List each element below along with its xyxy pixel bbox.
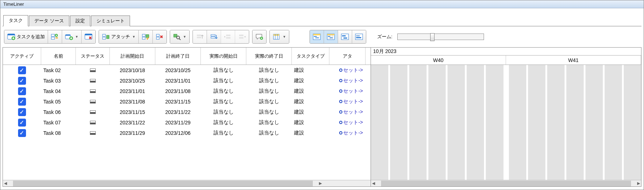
tab-settings[interactable]: 設定 (70, 16, 90, 26)
cell-status[interactable] (76, 100, 110, 103)
cell-act-end[interactable]: 該当なし (246, 119, 292, 126)
active-checkbox[interactable]: ✓ (18, 77, 26, 85)
attach-button[interactable]: アタッチ ▼ (99, 30, 138, 43)
cell-plan-start[interactable]: 2023/11/08 (110, 99, 155, 105)
move-down-button[interactable] (207, 30, 221, 43)
col-name[interactable]: 名前 (41, 48, 76, 65)
zoom-slider[interactable] (397, 34, 484, 40)
find-button[interactable]: ▼ (170, 30, 189, 43)
cell-act-start[interactable]: 該当なし (201, 67, 246, 74)
insert-task-button[interactable] (48, 30, 62, 43)
cell-name[interactable]: Task 05 (41, 99, 76, 105)
cell-name[interactable]: Task 08 (41, 130, 76, 136)
cell-attached[interactable]: セット-> (329, 88, 366, 94)
cell-plan-end[interactable]: 2023/12/06 (155, 130, 201, 136)
cell-plan-start[interactable]: 2023/11/29 (110, 130, 155, 136)
cell-act-start[interactable]: 該当なし (201, 98, 246, 105)
cell-attached[interactable]: セット-> (329, 67, 366, 74)
cell-status[interactable] (76, 79, 110, 83)
active-checkbox[interactable]: ✓ (18, 66, 26, 74)
gantt-view-2-button[interactable] (324, 30, 338, 43)
cell-name[interactable]: Task 03 (41, 78, 76, 84)
cell-plan-end[interactable]: 2023/11/01 (155, 78, 201, 84)
table-row[interactable]: ✓Task 042023/11/012023/11/08該当なし該当なし建設セッ… (3, 86, 371, 96)
cell-status[interactable] (76, 89, 110, 93)
table-row[interactable]: ✓Task 082023/11/292023/12/06該当なし該当なし建設セッ… (3, 128, 371, 138)
tab-tasks[interactable]: タスク (3, 15, 28, 26)
col-plan-start[interactable]: 計画開始日 (110, 48, 155, 65)
gantt-view-4-button[interactable] (352, 30, 366, 43)
cell-name[interactable]: Task 07 (41, 120, 76, 125)
cell-type[interactable]: 建設 (292, 78, 329, 84)
cell-act-end[interactable]: 該当なし (246, 67, 292, 74)
cell-act-end[interactable]: 該当なし (246, 109, 292, 115)
cell-name[interactable]: Task 02 (41, 67, 76, 73)
active-checkbox[interactable]: ✓ (18, 87, 26, 95)
cell-status[interactable] (76, 121, 110, 124)
gantt-body[interactable] (371, 65, 641, 180)
columns-button[interactable]: ▼ (270, 30, 289, 43)
cell-attached[interactable]: セット-> (329, 98, 366, 105)
cell-type[interactable]: 建設 (292, 98, 329, 105)
cell-act-start[interactable]: 該当なし (201, 78, 246, 84)
col-act-end[interactable]: 実際の終了日 (246, 48, 292, 65)
col-status[interactable]: ステータス (76, 48, 110, 65)
active-checkbox[interactable]: ✓ (18, 119, 26, 127)
add-task-button[interactable]: タスクを追加 (4, 30, 48, 43)
cell-plan-end[interactable]: 2023/10/25 (155, 67, 201, 73)
table-row[interactable]: ✓Task 032023/10/252023/11/01該当なし該当なし建設セッ… (3, 75, 371, 86)
auto-add-tasks-button[interactable]: ▼ (62, 30, 81, 43)
cell-name[interactable]: Task 04 (41, 88, 76, 94)
cell-plan-start[interactable]: 2023/11/01 (110, 88, 155, 94)
gantt-hscroll[interactable]: ◀ ▶ (371, 180, 641, 186)
col-plan-end[interactable]: 計画終了日 (155, 48, 201, 65)
indent-button[interactable] (235, 30, 249, 43)
auto-attach-button[interactable] (138, 30, 152, 43)
cell-type[interactable]: 建設 (292, 67, 329, 74)
move-up-button[interactable] (193, 30, 207, 43)
active-checkbox[interactable]: ✓ (18, 108, 26, 116)
cell-attached[interactable]: セット-> (329, 130, 366, 136)
scroll-track[interactable] (13, 181, 313, 186)
scroll-left-icon[interactable]: ◀ (3, 181, 8, 186)
cell-act-start[interactable]: 該当なし (201, 88, 246, 94)
gantt-view-3-button[interactable] (338, 30, 352, 43)
add-comment-button[interactable] (252, 30, 266, 43)
cell-status[interactable] (76, 69, 110, 72)
cell-act-end[interactable]: 該当なし (246, 98, 292, 105)
cell-status[interactable] (76, 110, 110, 114)
outdent-button[interactable] (221, 30, 235, 43)
cell-plan-start[interactable]: 2023/11/22 (110, 120, 155, 125)
col-active[interactable]: アクティブ (3, 48, 41, 65)
scroll-right-icon[interactable]: ▶ (636, 181, 641, 186)
table-row[interactable]: ✓Task 052023/11/082023/11/15該当なし該当なし建設セッ… (3, 96, 371, 107)
col-attached[interactable]: アタ (329, 48, 366, 65)
cell-plan-start[interactable]: 2023/10/25 (110, 78, 155, 84)
cell-act-start[interactable]: 該当なし (201, 130, 246, 136)
cell-attached[interactable]: セット-> (329, 109, 366, 115)
zoom-slider-thumb[interactable] (430, 33, 435, 41)
clear-attach-button[interactable] (152, 30, 167, 43)
cell-act-end[interactable]: 該当なし (246, 78, 292, 84)
cell-act-start[interactable]: 該当なし (201, 109, 246, 115)
cell-plan-end[interactable]: 2023/11/22 (155, 109, 201, 115)
cell-plan-end[interactable]: 2023/11/29 (155, 120, 201, 125)
grid-hscroll[interactable]: ◀ ▶ (3, 180, 371, 186)
cell-plan-start[interactable]: 2023/11/15 (110, 109, 155, 115)
active-checkbox[interactable]: ✓ (18, 129, 26, 137)
active-checkbox[interactable]: ✓ (18, 98, 26, 106)
cell-type[interactable]: 建設 (292, 88, 329, 94)
cell-plan-start[interactable]: 2023/10/18 (110, 67, 155, 73)
col-act-start[interactable]: 実際の開始日 (201, 48, 246, 65)
cell-plan-end[interactable]: 2023/11/15 (155, 99, 201, 105)
table-row[interactable]: ✓Task 022023/10/182023/10/25該当なし該当なし建設セッ… (3, 65, 371, 75)
cell-type[interactable]: 建設 (292, 119, 329, 126)
gantt-view-1-button[interactable] (310, 30, 324, 43)
cell-act-end[interactable]: 該当なし (246, 130, 292, 136)
cell-type[interactable]: 建設 (292, 109, 329, 115)
cell-act-end[interactable]: 該当なし (246, 88, 292, 94)
cell-plan-end[interactable]: 2023/11/08 (155, 88, 201, 94)
cell-type[interactable]: 建設 (292, 130, 329, 136)
tab-data-sources[interactable]: データ ソース (29, 16, 69, 26)
col-type[interactable]: タスクタイプ (292, 48, 329, 65)
